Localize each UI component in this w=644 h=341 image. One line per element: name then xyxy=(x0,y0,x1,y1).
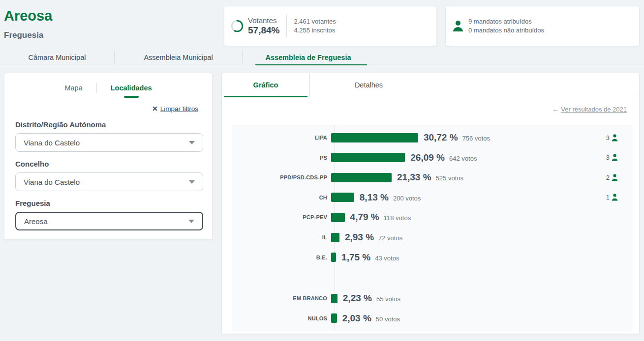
mandates-attributed: 9 mandatos atribuídos xyxy=(468,17,544,26)
chart-row: CH8,13 %200 votos1 xyxy=(232,193,633,202)
chart-row: B.E.1,75 %43 votos xyxy=(232,253,633,262)
chevron-down-icon xyxy=(188,220,194,223)
mandates-count: 2 xyxy=(606,174,610,181)
vote-bar xyxy=(331,253,336,262)
percent-label: 26,09 % xyxy=(410,152,445,163)
voters-count: 2.461 votantes xyxy=(294,17,336,26)
party-label: LIPA xyxy=(232,135,331,141)
chart-row: IL2,93 %72 votos xyxy=(232,232,633,242)
filters-panel: Mapa Localidades ✕ Limpar filtros Distri… xyxy=(4,73,213,240)
chart-row: PS26,09 %642 votos3 xyxy=(232,153,633,163)
chevron-down-icon xyxy=(189,180,195,184)
percent-label: 4,79 % xyxy=(350,212,379,223)
mandates-badge: 2 xyxy=(606,174,618,181)
mandate-person-icon xyxy=(612,154,618,161)
percent-label: 21,33 % xyxy=(397,172,431,183)
tab-mapa[interactable]: Mapa xyxy=(51,84,96,92)
chevron-down-icon xyxy=(189,141,195,144)
concelho-label: Concelho xyxy=(15,160,212,168)
tab-detalhes[interactable]: Detalhes xyxy=(309,73,428,97)
mandates-badge: 3 xyxy=(606,134,618,142)
chart-row: PCP-PEV4,79 %118 votos xyxy=(232,212,633,222)
registered-count: 4.255 inscritos xyxy=(294,26,336,35)
clear-filters-link[interactable]: ✕ Limpar filtros xyxy=(152,105,198,113)
turnout-ring-icon xyxy=(231,20,244,32)
chart-area: LIPA30,72 %756 votos3PS26,09 %642 votos3… xyxy=(232,125,633,331)
turnout-label: Votantes xyxy=(248,16,279,25)
chart-row: EM BRANCO2,23 %55 votos xyxy=(232,293,633,303)
percent-label: 30,72 % xyxy=(424,132,458,143)
party-label: PS xyxy=(232,155,331,161)
chart-row: LIPA30,72 %756 votos3 xyxy=(232,133,633,142)
page-subtitle: Freguesia xyxy=(4,30,43,40)
mandates-badge: 3 xyxy=(606,154,618,161)
vote-bar xyxy=(331,173,392,182)
party-label: CH xyxy=(232,195,331,200)
vote-bar xyxy=(331,313,337,323)
page-title: Areosa xyxy=(4,8,52,24)
votes-label: 55 votos xyxy=(376,294,400,303)
mandate-person-icon xyxy=(612,194,618,201)
party-label: EM BRANCO xyxy=(232,295,331,301)
vote-bar xyxy=(331,294,337,303)
left-arrow-icon: ← xyxy=(552,105,559,113)
votes-label: 525 votos xyxy=(436,173,463,182)
person-icon xyxy=(453,20,463,32)
percent-label: 1,75 % xyxy=(341,252,370,263)
clear-x-icon: ✕ xyxy=(152,105,158,113)
vote-bar xyxy=(331,233,339,242)
turnout-percent: 57,84% xyxy=(248,25,279,36)
results-tab-bar: Gráfico Detalhes xyxy=(222,73,639,97)
main-tab-bar: Câmara Municipal Assembleia Municipal As… xyxy=(0,51,374,64)
votes-label: 642 votos xyxy=(449,153,477,162)
votes-label: 50 votos xyxy=(376,314,400,323)
party-label: NULOS xyxy=(232,315,331,321)
percent-label: 2,23 % xyxy=(343,293,372,304)
tab-camara-municipal[interactable]: Câmara Municipal xyxy=(0,51,114,64)
percent-label: 8,13 % xyxy=(360,192,389,203)
district-label: Distrito/Região Autónoma xyxy=(15,120,212,129)
freguesia-label: Freguesia xyxy=(15,199,212,207)
results-2021-link[interactable]: ← Ver resultados de 2021 xyxy=(552,105,627,113)
district-select[interactable]: Viana do Castelo xyxy=(15,133,203,152)
concelho-select[interactable]: Viana do Castelo xyxy=(15,172,203,191)
mandates-badge: 1 xyxy=(606,194,618,201)
mandates-count: 1 xyxy=(606,194,610,201)
party-label: PCP-PEV xyxy=(232,214,331,220)
district-select-value: Viana do Castelo xyxy=(24,139,80,147)
mandates-card: 9 mandatos atribuídos 0 mandatos não atr… xyxy=(445,6,640,46)
votes-label: 118 votos xyxy=(384,213,411,222)
votes-label: 72 votos xyxy=(378,233,402,242)
filter-tab-bar: Mapa Localidades xyxy=(4,73,212,93)
party-label: B.E. xyxy=(232,255,331,260)
votes-label: 43 votos xyxy=(375,253,399,262)
vote-bar xyxy=(331,193,354,202)
mandates-not-attributed: 0 mandatos não atribuídos xyxy=(468,26,544,35)
tab-bar-divider xyxy=(0,64,644,64)
votes-label: 200 votos xyxy=(393,193,421,202)
mandate-person-icon xyxy=(612,174,618,181)
chart-row: NULOS2,03 %50 votos xyxy=(232,313,633,323)
percent-label: 2,93 % xyxy=(345,232,374,243)
party-label: PPD/PSD.CDS-PP xyxy=(232,174,331,180)
party-label: IL xyxy=(232,234,331,240)
turnout-divider xyxy=(286,15,287,37)
vote-bar xyxy=(331,133,418,142)
freguesia-select[interactable]: Areosa xyxy=(15,212,203,230)
clear-filters-label: Limpar filtros xyxy=(160,105,198,113)
mandates-count: 3 xyxy=(606,154,610,161)
tab-assembleia-freguesia[interactable]: Assembleia de Freguesia xyxy=(242,51,374,64)
chart-row: PPD/PSD.CDS-PP21,33 %525 votos2 xyxy=(232,172,633,182)
tab-assembleia-municipal[interactable]: Assembleia Municipal xyxy=(114,51,242,64)
freguesia-select-value: Areosa xyxy=(24,217,48,226)
results-2021-label: Ver resultados de 2021 xyxy=(561,106,627,113)
vote-bar xyxy=(331,213,345,222)
turnout-card: Votantes 57,84% 2.461 votantes 4.255 ins… xyxy=(224,6,437,46)
concelho-select-value: Viana do Castelo xyxy=(24,178,80,186)
tab-localidades[interactable]: Localidades xyxy=(97,84,166,92)
vote-bar xyxy=(331,153,405,162)
tab-grafico[interactable]: Gráfico xyxy=(222,73,309,97)
results-panel: Gráfico Detalhes ← Ver resultados de 202… xyxy=(221,73,640,334)
mandate-person-icon xyxy=(612,134,618,142)
votes-label: 756 votos xyxy=(462,133,490,142)
